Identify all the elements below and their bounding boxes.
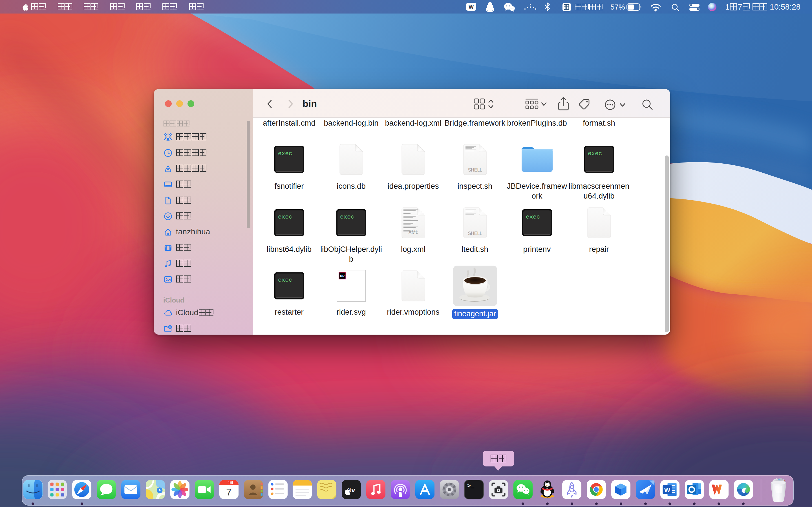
svg-text:1: 1 [228,481,230,485]
svg-text:W: W [664,486,670,494]
svg-text:>_: >_ [467,483,474,489]
svg-text:XML: XML [409,230,418,235]
svg-text:tv: tv [349,486,355,494]
svg-text:exec: exec [278,214,292,220]
svg-text:W: W [469,4,474,10]
svg-text:exec: exec [278,151,292,157]
svg-text:RD: RD [340,274,345,277]
svg-text:SHELL: SHELL [468,231,483,236]
svg-text:exec: exec [588,151,602,157]
svg-text:exec: exec [526,214,540,220]
svg-text:7: 7 [226,486,232,498]
svg-text:exec: exec [278,277,292,283]
svg-text:SHELL: SHELL [468,168,483,172]
svg-text:exec: exec [340,214,354,220]
